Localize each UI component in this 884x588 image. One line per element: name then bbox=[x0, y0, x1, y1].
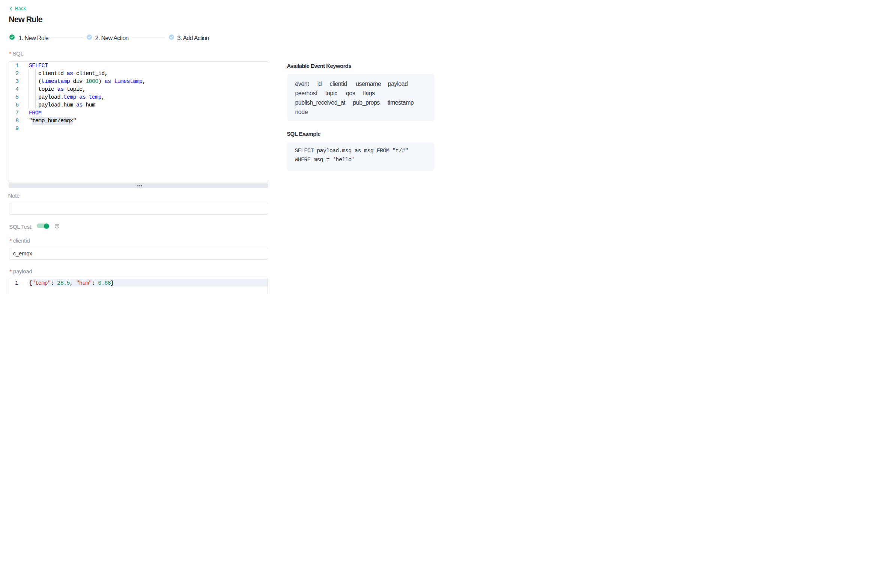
svg-text:?: ? bbox=[56, 225, 58, 228]
